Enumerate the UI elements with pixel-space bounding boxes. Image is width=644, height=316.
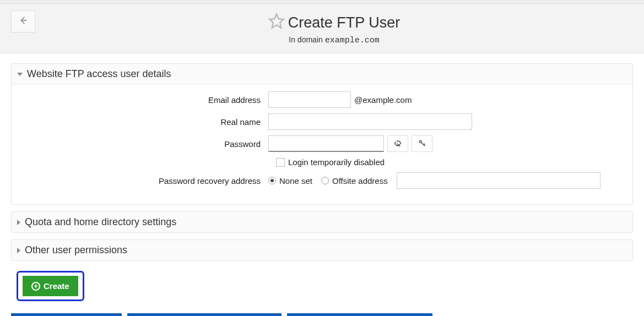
recovery-none-label: None set [279, 176, 312, 186]
recovery-offsite-input[interactable] [397, 172, 600, 189]
recovery-offsite-label: Offsite address [332, 176, 388, 186]
return-vservers-button[interactable]: ← Return to virtual servers list [287, 313, 432, 316]
password-input[interactable] [268, 135, 384, 152]
panel-title: Website FTP access user details [27, 68, 171, 80]
chevron-right-icon [17, 248, 20, 253]
arrow-left-icon [17, 14, 29, 29]
realname-input[interactable] [268, 113, 472, 130]
toggle-password-visibility-button[interactable] [387, 135, 408, 152]
recovery-none-radio[interactable] [268, 177, 276, 184]
login-disabled-label: Login temporarily disabled [288, 157, 385, 167]
panel-quota: Quota and home directory settings [11, 211, 633, 233]
email-label: Email address [20, 95, 268, 105]
create-button[interactable]: + Create [23, 276, 78, 296]
panel-permissions: Other user permissions [11, 239, 633, 261]
panel-title: Quota and home directory settings [25, 216, 176, 228]
top-separator [0, 0, 644, 4]
chevron-right-icon [17, 220, 20, 225]
return-users-button[interactable]: ← Return to users list [11, 313, 122, 316]
page-title: Create FTP User [268, 13, 401, 33]
panel-header-quota[interactable]: Quota and home directory settings [12, 212, 632, 232]
password-label: Password [20, 139, 268, 149]
email-input[interactable] [268, 91, 351, 108]
eye-off-icon [393, 139, 402, 149]
back-button[interactable] [11, 10, 35, 32]
plus-circle-icon: + [31, 282, 40, 291]
footer-actions: ← Return to users list ← Return to virtu… [0, 311, 644, 316]
panel-header-ftp-details[interactable]: Website FTP access user details [12, 64, 632, 85]
create-button-label: Create [44, 281, 69, 291]
email-suffix: @example.com [354, 95, 412, 105]
page-title-text: Create FTP User [288, 14, 401, 31]
realname-label: Real name [20, 117, 268, 127]
chevron-down-icon [17, 73, 23, 76]
svg-point-1 [419, 140, 421, 143]
create-button-highlight: + Create [17, 271, 84, 301]
panel-ftp-details: Website FTP access user details Email ad… [11, 63, 633, 205]
page-subtitle: In domain example.com [35, 35, 633, 45]
recovery-label: Password recovery address [20, 176, 268, 186]
star-icon[interactable] [268, 13, 285, 33]
key-icon [418, 139, 426, 149]
return-vserver-button[interactable]: ← Return to virtual server details [127, 313, 282, 316]
login-disabled-checkbox[interactable] [276, 158, 285, 167]
generate-password-button[interactable] [412, 135, 432, 152]
page-header: Create FTP User In domain example.com [0, 4, 644, 53]
svg-marker-0 [269, 14, 283, 28]
panel-header-permissions[interactable]: Other user permissions [12, 240, 632, 260]
recovery-offsite-radio[interactable] [321, 177, 329, 184]
panel-title: Other user permissions [25, 244, 127, 256]
domain-name: example.com [325, 36, 380, 45]
